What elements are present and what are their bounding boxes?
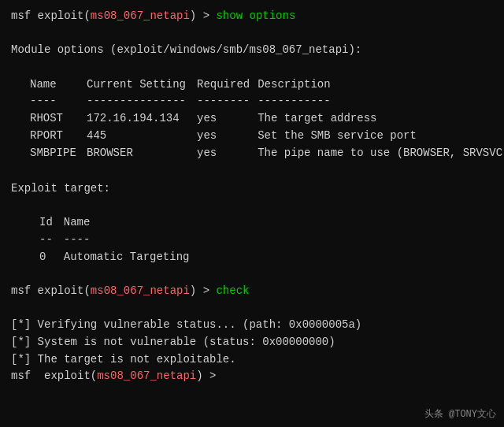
exploit-target-text: Exploit target: (11, 180, 110, 198)
smbpipe-name: SMBPIPE (30, 145, 87, 162)
module-name-1: ms08_067_netapi (91, 8, 190, 25)
smbpipe-current: BROWSER (87, 145, 197, 162)
check-result-text-0: [*] Verifying vulnerable status... (path… (11, 317, 361, 334)
targets-sep-id: -- (39, 232, 64, 249)
rport-current: 445 (87, 128, 197, 145)
check-result-1: [*] System is not vulnerable (status: 0x… (11, 334, 493, 351)
rhost-desc: The target address (258, 110, 504, 128)
targets-id-0: 0 (39, 249, 64, 266)
module-name-2: ms08_067_netapi (91, 283, 190, 300)
rhost-required: yes (197, 110, 258, 128)
exploit-target-label: Exploit target: (11, 180, 493, 198)
col-header-name: Name (30, 76, 87, 94)
module-options-header: Module options (exploit/windows/smb/ms08… (11, 42, 493, 59)
module-options-text: Module options (exploit/windows/smb/ms08… (11, 42, 361, 59)
table-header-row: Name Current Setting Required Descriptio… (30, 76, 504, 94)
col-header-description: Description (258, 76, 504, 94)
prompt-suffix-2: ) > (190, 283, 217, 300)
targets-table: Id Name -- ---- 0 Automatic Targeting (39, 214, 200, 265)
targets-separator-row: -- ---- (39, 232, 200, 249)
sep-current: --------------- (87, 93, 197, 110)
command-line-1: msf exploit(ms08_067_netapi) > show opti… (11, 8, 493, 25)
rport-required: yes (197, 128, 258, 145)
spacer-1 (11, 25, 493, 43)
prompt-prefix-1: msf exploit( (11, 8, 91, 25)
check-result-text-2: [*] The target is not exploitable. (11, 351, 236, 369)
final-prompt-suffix: ) > (196, 368, 223, 385)
table-row-rhost: RHOST 172.16.194.134 yes The target addr… (30, 110, 504, 128)
table-separator-row: ---- --------------- -------- ----------… (30, 93, 504, 110)
spacer-5 (11, 265, 493, 283)
command-check: check (216, 283, 249, 300)
final-prompt-prefix: msf exploit( (11, 368, 97, 385)
prompt-suffix-1: ) > (190, 8, 217, 25)
targets-name-0: Automatic Targeting (64, 249, 201, 266)
sep-required: -------- (197, 93, 258, 110)
rport-desc: Set the SMB service port (258, 128, 504, 145)
smbpipe-required: yes (197, 145, 258, 162)
terminal: msf exploit(ms08_067_netapi) > show opti… (0, 0, 504, 427)
final-prompt: msf exploit(ms08_067_netapi) > (11, 368, 493, 385)
final-module-name: ms08_067_netapi (97, 368, 196, 385)
spacer-6 (11, 300, 493, 317)
rhost-name: RHOST (30, 110, 87, 128)
spacer-3 (11, 163, 493, 180)
sep-name: ---- (30, 93, 87, 110)
check-result-0: [*] Verifying vulnerable status... (path… (11, 317, 493, 334)
prompt-prefix-2: msf exploit( (11, 283, 91, 300)
command-show-options: show options (216, 8, 295, 25)
sep-description: ----------- (258, 93, 504, 110)
col-header-current: Current Setting (87, 76, 197, 94)
targets-header-row: Id Name (39, 214, 200, 232)
smbpipe-desc: The pipe name to use (BROWSER, SRVSVC) (258, 145, 504, 162)
options-table: Name Current Setting Required Descriptio… (30, 76, 504, 162)
check-result-2: [*] The target is not exploitable. (11, 351, 493, 369)
table-row-smbpipe: SMBPIPE BROWSER yes The pipe name to use… (30, 145, 504, 162)
col-header-required: Required (197, 76, 258, 94)
spacer-4 (11, 198, 493, 215)
rport-name: RPORT (30, 128, 87, 145)
spacer-2 (11, 59, 493, 76)
watermark: 头条 @TONY文心 (424, 407, 496, 421)
rhost-current: 172.16.194.134 (87, 110, 197, 128)
targets-sep-name: ---- (64, 232, 201, 249)
targets-row-0: 0 Automatic Targeting (39, 249, 200, 266)
command-line-2: msf exploit(ms08_067_netapi) > check (11, 283, 493, 300)
targets-col-id-header: Id (39, 214, 64, 232)
targets-col-name-header: Name (64, 214, 201, 232)
check-result-text-1: [*] System is not vulnerable (status: 0x… (11, 334, 335, 351)
table-row-rport: RPORT 445 yes Set the SMB service port (30, 128, 504, 145)
